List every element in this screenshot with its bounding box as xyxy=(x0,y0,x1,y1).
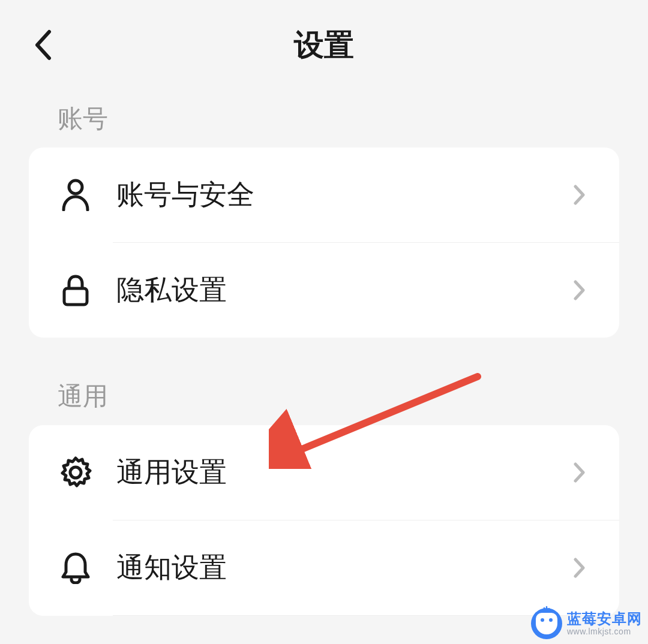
list-item-label-notifications: 通知设置 xyxy=(116,549,570,586)
lock-icon xyxy=(59,273,92,307)
watermark-logo xyxy=(531,608,562,639)
header: 设置 xyxy=(0,0,648,84)
list-item-account-security[interactable]: 账号与安全 xyxy=(29,148,619,242)
section-header-account: 账号 xyxy=(0,84,648,148)
list-item-privacy[interactable]: 隐私设置 xyxy=(29,243,619,338)
gear-icon xyxy=(59,456,92,489)
watermark: 蓝莓安卓网 www.lmkjst.com xyxy=(531,608,642,639)
back-button[interactable] xyxy=(29,31,58,59)
svg-point-2 xyxy=(70,467,81,478)
bell-icon xyxy=(59,551,92,585)
chevron-left-icon xyxy=(34,29,53,61)
watermark-url: www.lmkjst.com xyxy=(567,627,642,636)
user-icon xyxy=(59,178,92,212)
svg-rect-1 xyxy=(64,288,87,305)
list-item-label-general-settings: 通用设置 xyxy=(116,454,570,491)
svg-point-0 xyxy=(69,180,82,194)
chevron-right-icon xyxy=(570,558,589,577)
list-item-notifications[interactable]: 通知设置 xyxy=(29,520,619,615)
chevron-right-icon xyxy=(570,185,589,204)
chevron-right-icon xyxy=(570,463,589,482)
list-item-label-privacy: 隐私设置 xyxy=(116,272,570,309)
list-item-general-settings[interactable]: 通用设置 xyxy=(29,425,619,520)
watermark-text: 蓝莓安卓网 www.lmkjst.com xyxy=(567,611,642,636)
list-item-label-account-security: 账号与安全 xyxy=(116,176,570,213)
page-title: 设置 xyxy=(29,25,619,65)
card-general: 通用设置 通知设置 xyxy=(29,425,619,616)
chevron-right-icon xyxy=(570,281,589,300)
watermark-name: 蓝莓安卓网 xyxy=(567,611,642,627)
section-header-general: 通用 xyxy=(0,362,648,425)
card-account: 账号与安全 隐私设置 xyxy=(29,148,619,338)
